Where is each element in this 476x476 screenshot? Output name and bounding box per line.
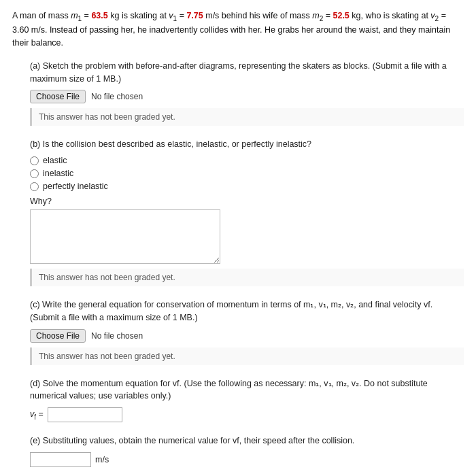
choose-file-row-a: Choose File No file chosen xyxy=(30,90,464,103)
graded-box-a: This answer has not been graded yet. xyxy=(30,108,464,126)
collision-type-radios: elastic inelastic perfectly inelastic xyxy=(30,156,464,191)
part-c-label: (c) Write the general equation for conse… xyxy=(30,299,464,324)
vf-row: vf = xyxy=(30,407,464,422)
choose-file-button-a[interactable]: Choose File xyxy=(30,90,86,103)
graded-box-c: This answer has not been graded yet. xyxy=(30,347,464,365)
part-d-label: (d) Solve the momentum equation for vf. … xyxy=(30,377,464,403)
part-e: (e) Substituting values, obtain the nume… xyxy=(12,435,464,467)
radio-elastic-label: elastic xyxy=(43,156,67,165)
ms-unit-label: m/s xyxy=(95,455,109,464)
radio-inelastic-input[interactable] xyxy=(30,169,39,178)
part-e-label: (e) Substituting values, obtain the nume… xyxy=(30,435,464,447)
radio-inelastic[interactable]: inelastic xyxy=(30,169,464,178)
ms-input[interactable] xyxy=(30,452,91,467)
part-b-label: (b) Is the collision best described as e… xyxy=(30,138,464,151)
why-textarea[interactable] xyxy=(30,209,220,264)
part-a: (a) Sketch the problem with before-and-a… xyxy=(12,60,464,126)
part-c: (c) Write the general equation for conse… xyxy=(12,299,464,365)
part-d: (d) Solve the momentum equation for vf. … xyxy=(12,377,464,423)
vf-label: vf = xyxy=(30,409,44,421)
radio-inelastic-label: inelastic xyxy=(43,169,73,178)
radio-perfectly-inelastic-input[interactable] xyxy=(30,182,39,191)
no-file-text-c: No file chosen xyxy=(91,331,143,341)
choose-file-button-c[interactable]: Choose File xyxy=(30,329,86,343)
vf-input[interactable] xyxy=(48,407,122,422)
radio-elastic[interactable]: elastic xyxy=(30,156,464,165)
graded-box-b: This answer has not been graded yet. xyxy=(30,269,464,286)
why-label: Why? xyxy=(30,197,464,206)
radio-elastic-input[interactable] xyxy=(30,156,39,165)
radio-perfectly-inelastic-label: perfectly inelastic xyxy=(43,182,108,191)
part-b: (b) Is the collision best described as e… xyxy=(12,138,464,286)
no-file-text-a: No file chosen xyxy=(91,92,143,101)
choose-file-row-c: Choose File No file chosen xyxy=(30,329,464,343)
part-a-label: (a) Sketch the problem with before-and-a… xyxy=(30,60,464,86)
radio-perfectly-inelastic[interactable]: perfectly inelastic xyxy=(30,182,464,191)
problem-intro: A man of mass m1 = 63.5 kg is skating at… xyxy=(12,10,464,50)
ms-row: m/s xyxy=(30,452,464,467)
